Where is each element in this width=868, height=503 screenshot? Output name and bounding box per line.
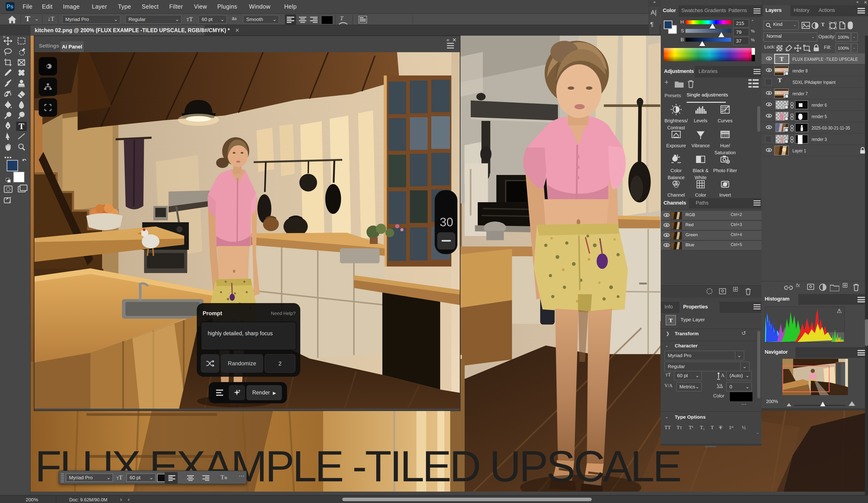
svg-text:Brightness/: Brightness/ (664, 118, 688, 123)
svg-text:A: A (721, 372, 725, 378)
svg-text:Hue/: Hue/ (720, 143, 730, 148)
svg-text:Invert: Invert (719, 192, 731, 198)
svg-text:Color: Color (671, 168, 682, 173)
svg-text:T: T (19, 122, 24, 131)
svg-text:Color: Color (695, 192, 706, 198)
svg-text:Saturation: Saturation (714, 150, 736, 155)
svg-text:Photo Filter: Photo Filter (713, 168, 737, 173)
svg-text:Levels: Levels (694, 118, 707, 123)
svg-text:Black &: Black & (693, 168, 709, 173)
svg-text:White: White (694, 175, 706, 180)
svg-text:Curves: Curves (717, 118, 732, 123)
svg-text:Channel: Channel (668, 192, 685, 198)
svg-text:Vibrance: Vibrance (692, 143, 710, 148)
svg-text:Exposure: Exposure (666, 143, 686, 148)
svg-text:Balance: Balance (668, 175, 684, 180)
svg-text:Contrast: Contrast (667, 125, 685, 130)
